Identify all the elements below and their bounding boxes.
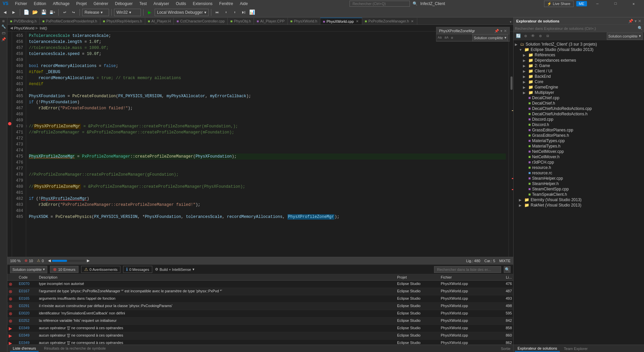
save-btn[interactable]: 💾 [40, 9, 47, 16]
menu-analyser[interactable]: Analyser [151, 1, 172, 7]
tab-physxworld-h[interactable]: ■ PhysXWorld.h [288, 18, 320, 24]
breadcrumb-file[interactable]: PhysXWorld [14, 26, 34, 30]
error-row[interactable]: ▶ E0349 aucun opérateur '[]' ne correspo… [7, 332, 513, 340]
sol-close-btn[interactable]: ✕ [638, 19, 641, 23]
fp-settings-btn[interactable]: ⚙ [451, 36, 453, 40]
fp-scope-dropdown[interactable]: Solution complète ▾ [472, 34, 508, 42]
back-btn[interactable]: ◀ [1, 9, 9, 16]
tree-teamspeak-h[interactable]: ▶ ■ TeamSpeakClient.h [514, 192, 644, 197]
fp-close-btn[interactable]: ✕ [504, 29, 507, 33]
error-count-area[interactable]: ⊗ 10 [24, 258, 33, 263]
tree-netcell-h[interactable]: ▶ ■ NetCellMover.h [514, 154, 644, 160]
tree-material-h[interactable]: ▶ ■ MaterialTypes.h [514, 143, 644, 149]
tree-core[interactable]: ▶ 📁 Core [514, 79, 644, 84]
config-dropdown[interactable]: Release ▾ [82, 9, 109, 16]
tree-solution-root[interactable]: ▶ 🗂 Solution 'InfectZ_Client' (3 sur 3 p… [514, 42, 644, 47]
menu-fenetre[interactable]: Fenêtre [217, 1, 236, 7]
new-file-btn[interactable]: 📄 [22, 9, 30, 16]
error-row[interactable]: ⊗ E0020 identificateur 'mySimulationEven… [7, 310, 513, 317]
messages-filter-btn[interactable]: ℹ 0 Messages [123, 266, 152, 273]
tree-eclipse-studio[interactable]: ▼ 📁 Eclipse Studio (Visual Studio 2013) [514, 47, 644, 52]
errors-filter-btn[interactable]: ⊗ 10 Erreurs [50, 266, 78, 273]
fp-aA-btn[interactable]: Aa [438, 36, 442, 40]
tree-eternity[interactable]: ▶ 📁 Eternity (Visual Studio 2013) [514, 197, 644, 202]
sidebar-bookmark[interactable]: 📌 [1, 37, 6, 42]
tree-steam-cpp[interactable]: ▶ ■ SteamHelper.cpp [514, 176, 644, 181]
menu-affichage[interactable]: Affichage [50, 1, 72, 7]
step-out-btn[interactable]: ⬆ [231, 9, 238, 16]
error-row[interactable]: ⊗ E0165 arguments insuffisants dans l'ap… [7, 295, 513, 303]
fp-case-btn[interactable]: aA [444, 36, 448, 40]
sol-pin-btn[interactable]: 📌 [628, 19, 633, 23]
undo-btn[interactable]: ↩ [61, 9, 68, 16]
global-search-input[interactable] [350, 1, 410, 7]
tab-close-physxworld-cpp[interactable]: ✕ [355, 19, 359, 23]
error-row[interactable]: ⊗ E0167 l'argument de type 'physx::PxPro… [7, 288, 513, 295]
tab-overflow-btn[interactable]: ▾ [508, 19, 513, 24]
scrollbar-thumb[interactable] [511, 76, 513, 90]
col-header-project[interactable]: Projet [396, 274, 439, 280]
breadcrumb-function[interactable]: Init() [40, 26, 47, 30]
open-btn[interactable]: 📂 [31, 9, 39, 16]
build-filter-btn[interactable]: ⚙ Build + IntelliSense ▾ [155, 267, 195, 272]
tab-ai-player-cpp[interactable]: ■ AI_Player.CPP [254, 18, 287, 24]
step-over-btn[interactable]: ⏭ [214, 9, 221, 16]
tree-grass-cpp[interactable]: ▶ ■ GrassEditorPlanes.cpp [514, 127, 644, 133]
error-row[interactable]: ⊗ E0291 il n'existe aucun constructeur p… [7, 303, 513, 310]
sidebar-toolbox[interactable]: 🔧 [1, 24, 6, 29]
sidebar-data[interactable]: 🗃 [2, 31, 5, 35]
tree-multiplayer[interactable]: ▶ 📁 Multiplayer [514, 90, 644, 95]
code-editor[interactable]: PxTolerancesScale tolerancesScale; toler… [26, 32, 508, 257]
tree-r3dpch-cpp[interactable]: ▶ ■ r3dPCH.cpp [514, 160, 644, 165]
scope-dropdown[interactable]: Solution complète ▾ [10, 266, 47, 273]
sol-collapse-btn[interactable]: ⊟ [544, 33, 551, 40]
menu-fichier[interactable]: Fichier [12, 1, 30, 7]
run-to-cursor-btn[interactable]: ⏯ [240, 9, 247, 16]
fp-dropdown-btn[interactable]: ▾ [500, 29, 502, 33]
close-btn[interactable]: ✕ [626, 0, 641, 7]
error-row[interactable]: ▶ E0349 aucun opérateur '[]' ne correspo… [7, 325, 513, 332]
tree-backend[interactable]: ▶ 📁 BackEnd [514, 74, 644, 79]
tree-netcell-cpp[interactable]: ▶ ■ NetCellMover.cpp [514, 149, 644, 154]
tab-physxworld-cpp[interactable]: ■ PhysXWorld.cpp ✕ [320, 18, 362, 24]
collapse-btn[interactable]: □ [26, 123, 27, 129]
menu-test[interactable]: Test [137, 1, 149, 7]
sidebar-server-explorer[interactable]: ⊞ [1, 20, 6, 22]
tree-decalchief-cpp[interactable]: ▶ ■ DecalChief.cpp [514, 95, 644, 101]
step-into-btn[interactable]: ⬇ [222, 9, 230, 16]
error-row[interactable]: ⊗ E0252 la référence variable 'hits' req… [7, 317, 513, 325]
tab-ai-player-h[interactable]: ■ AI_Player.H [145, 18, 174, 24]
fp-pin-btn[interactable]: 📌 [494, 29, 499, 33]
menu-aide[interactable]: Aide [237, 1, 251, 7]
tree-steam-h[interactable]: ▶ ■ SteamHelper.h [514, 181, 644, 186]
tab-close-pxprofile-manager[interactable]: ✕ [410, 19, 414, 23]
sol-filter-btn[interactable]: ⚙ [537, 33, 544, 40]
tree-discord-cpp[interactable]: ▶ ■ Discord.cpp [514, 117, 644, 122]
output-label[interactable]: Sortie [501, 347, 511, 351]
tab-physxrep[interactable]: ■ PhysXRepXHelpers.h [100, 18, 145, 24]
tree-client-ui[interactable]: ▶ 📁 Client / UI [514, 68, 644, 74]
tree-raknet[interactable]: ▶ 📁 RakNet (Visual Studio 2013) [514, 202, 644, 208]
editor-scrollbar[interactable] [508, 32, 513, 257]
tree-decalchief-undo-cpp[interactable]: ▶ ■ DecalChiefUndoRedoActions.cpp [514, 106, 644, 111]
menu-outils[interactable]: Outils [173, 1, 189, 7]
tree-gameengine[interactable]: ▶ 📁 GameEngine [514, 84, 644, 90]
col-header-code[interactable]: Code [17, 274, 38, 280]
col-header-desc[interactable]: Description [38, 274, 396, 280]
error-row[interactable]: ⊗ E0070 type incomplet non autorisé Ecli… [7, 281, 513, 288]
menu-debogueur[interactable]: Déboguer [112, 1, 136, 7]
col-header-file[interactable]: Fichier [439, 274, 493, 280]
tree-references[interactable]: ▶ 📁 Références [514, 52, 644, 58]
warnings-filter-btn[interactable]: ⚠ 0 Avertissements [81, 266, 121, 273]
menu-edition[interactable]: Edition [31, 1, 49, 7]
debugger-dropdown[interactable]: Local Windows Debugger ▾ [155, 9, 209, 16]
minimize-btn[interactable]: — [590, 0, 605, 7]
tree-decalchief-h[interactable]: ▶ ■ DecalChief.h [514, 101, 644, 106]
right-tab-solution-explorer[interactable]: Explorateur de solutions [515, 346, 560, 352]
tree-game[interactable]: ▶ 📁 2: Game [514, 63, 644, 68]
tree-discord-h[interactable]: ▶ ■ Discord.h [514, 122, 644, 127]
nav-next[interactable]: ▶ [87, 258, 90, 263]
solution-search-input[interactable] [515, 26, 636, 31]
redo-btn[interactable]: ↪ [70, 9, 77, 16]
forward-btn[interactable]: ▶ [10, 9, 17, 16]
